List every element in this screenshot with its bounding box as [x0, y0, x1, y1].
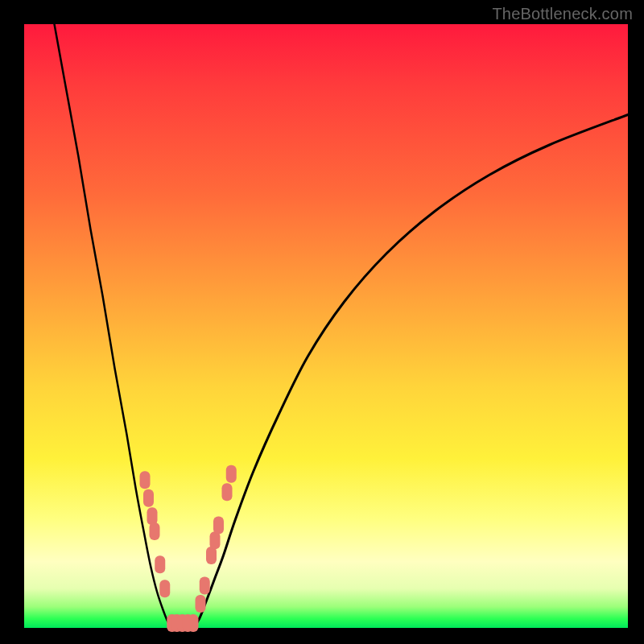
- curve-marker: [206, 547, 217, 564]
- curve-marker: [213, 517, 224, 535]
- curve-marker: [159, 580, 170, 597]
- curve-marker: [210, 531, 221, 549]
- chart-svg: [24, 24, 628, 628]
- curve-marker: [140, 471, 151, 489]
- plot-area: [24, 24, 628, 628]
- series-group: [55, 24, 629, 628]
- curve-marker: [143, 489, 154, 507]
- series-right-curve: [193, 115, 628, 629]
- curve-marker: [222, 483, 233, 501]
- curve-marker: [155, 555, 165, 573]
- marker-group: [140, 465, 237, 632]
- curve-marker: [147, 507, 158, 525]
- curve-marker: [226, 465, 237, 483]
- curve-marker: [188, 614, 199, 632]
- curve-marker: [150, 522, 160, 540]
- curve-marker: [196, 595, 206, 613]
- chart-frame: TheBottleneck.com: [0, 0, 644, 644]
- curve-marker: [200, 577, 210, 595]
- watermark-text: TheBottleneck.com: [492, 5, 633, 23]
